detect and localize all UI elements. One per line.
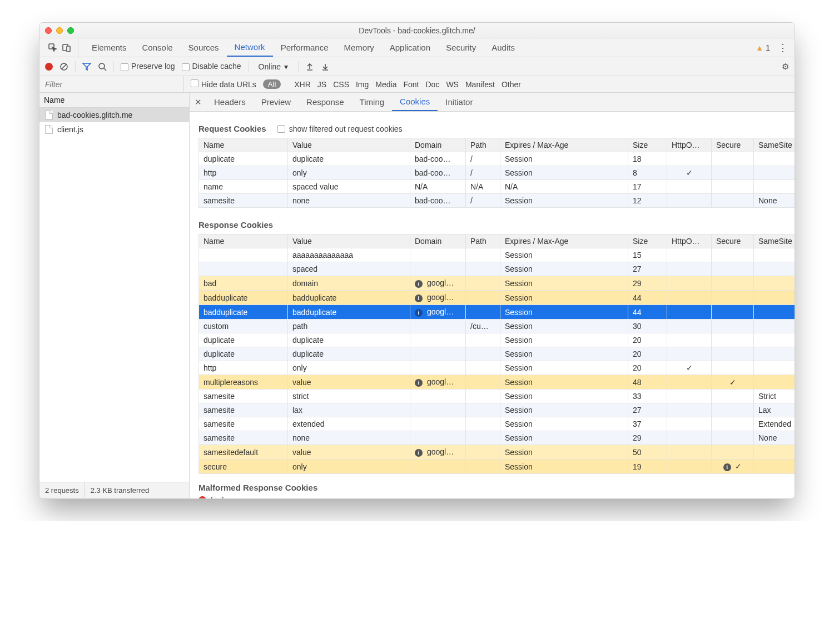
filter-type-css[interactable]: CSS — [333, 80, 349, 89]
maximize-window-button[interactable] — [67, 27, 74, 34]
search-icon[interactable] — [98, 62, 107, 71]
cookie-row[interactable]: badduplicatebadduplicatei googl…Session4… — [199, 305, 795, 319]
column-header[interactable]: Domain — [410, 234, 466, 248]
column-header[interactable]: Size — [628, 138, 667, 152]
panel-tab-security[interactable]: Security — [438, 38, 484, 57]
cookie-row[interactable]: secureonlySession19i ✓ — [199, 460, 795, 474]
filter-input[interactable] — [45, 80, 178, 89]
panel-tab-memory[interactable]: Memory — [336, 38, 382, 57]
column-header[interactable]: Expires / Max-Age — [500, 234, 628, 248]
column-header[interactable]: SameSite — [754, 138, 795, 152]
preserve-log-checkbox[interactable]: Preserve log — [121, 62, 175, 71]
column-header[interactable]: SameSite — [754, 234, 795, 248]
cookie-row[interactable]: duplicateduplicatebad-coo…/Session18 — [199, 152, 795, 166]
cell-size: 17 — [628, 180, 667, 194]
subtab-preview[interactable]: Preview — [254, 93, 299, 111]
cell-expires: Session — [500, 460, 628, 474]
panel-tab-sources[interactable]: Sources — [181, 38, 227, 57]
column-header[interactable]: Value — [288, 138, 410, 152]
filter-type-font[interactable]: Font — [403, 80, 419, 89]
cookie-row[interactable]: multiplereasonsvaluei googl…Session48✓ — [199, 375, 795, 390]
cell-size: 20 — [628, 333, 667, 347]
show-filtered-checkbox[interactable]: show filtered out request cookies — [277, 124, 403, 133]
column-header[interactable]: Size — [628, 234, 667, 248]
response-cookies-table: NameValueDomainPathExpires / Max-AgeSize… — [198, 234, 795, 474]
filter-type-xhr[interactable]: XHR — [294, 80, 311, 89]
panel-tab-performance[interactable]: Performance — [273, 38, 336, 57]
cookie-row[interactable]: httponlySession20✓ — [199, 361, 795, 375]
cookie-row[interactable]: samesitenoneSession29None — [199, 431, 795, 445]
hide-data-urls-checkbox[interactable]: Hide data URLs — [191, 79, 256, 89]
filter-type-media[interactable]: Media — [375, 80, 396, 89]
divider — [75, 61, 76, 72]
cookie-row[interactable]: samesitenonebad-coo…/Session12None — [199, 194, 795, 208]
cookie-row[interactable]: samesitelaxSession27Lax — [199, 403, 795, 417]
upload-har-icon[interactable] — [305, 62, 314, 71]
inspect-element-icon[interactable] — [48, 43, 57, 52]
throttling-select[interactable]: Online ▾ — [255, 62, 291, 71]
panel-tab-elements[interactable]: Elements — [84, 38, 135, 57]
disable-cache-checkbox[interactable]: Disable cache — [182, 62, 241, 71]
subtab-timing[interactable]: Timing — [352, 93, 392, 111]
close-window-button[interactable] — [45, 27, 52, 34]
panel-tab-application[interactable]: Application — [382, 38, 438, 57]
cookie-row[interactable]: samesitedefaultvaluei googl…Session50 — [199, 445, 795, 460]
subtab-headers[interactable]: Headers — [206, 93, 254, 111]
cookie-row[interactable]: samesiteextendedSession37Extended — [199, 417, 795, 431]
subtab-initiator[interactable]: Initiator — [438, 93, 480, 111]
column-header[interactable]: Secure — [712, 138, 754, 152]
cookie-row[interactable]: duplicateduplicateSession20 — [199, 333, 795, 347]
divider — [248, 61, 249, 72]
record-button[interactable] — [45, 63, 53, 71]
clear-log-icon[interactable] — [59, 62, 68, 71]
filter-type-other[interactable]: Other — [502, 80, 521, 89]
panel-tab-network[interactable]: Network — [227, 38, 273, 57]
column-header[interactable]: Secure — [712, 234, 754, 248]
filter-type-js[interactable]: JS — [317, 80, 326, 89]
sidebar-item-request[interactable]: client.js — [39, 122, 189, 137]
cookie-row[interactable]: baddomaini googl…Session29 — [199, 276, 795, 291]
cookie-row[interactable]: namespaced valueN/AN/AN/A17 — [199, 180, 795, 194]
column-header[interactable]: Value — [288, 234, 410, 248]
cookie-row[interactable]: httponlybad-coo…/Session8✓ — [199, 166, 795, 180]
subtab-response[interactable]: Response — [299, 93, 352, 111]
column-header[interactable]: HttpO… — [667, 234, 712, 248]
sidebar-item-request[interactable]: bad-cookies.glitch.me — [39, 108, 189, 122]
column-header[interactable]: Name — [199, 234, 288, 248]
cell-samesite — [754, 291, 795, 305]
filter-type-img[interactable]: Img — [356, 80, 369, 89]
cookie-row[interactable]: samesitestrictSession33Strict — [199, 390, 795, 403]
cell-value: extended — [288, 417, 410, 431]
column-header[interactable]: Domain — [410, 138, 466, 152]
settings-gear-icon[interactable]: ⚙ — [782, 62, 789, 72]
cookie-row[interactable]: aaaaaaaaaaaaaaSession15 — [199, 248, 795, 262]
column-header[interactable]: Expires / Max-Age — [500, 138, 628, 152]
minimize-window-button[interactable] — [56, 27, 63, 34]
download-har-icon[interactable] — [321, 62, 330, 71]
cookie-row[interactable]: badduplicatebadduplicatei googl…Session4… — [199, 291, 795, 305]
column-header[interactable]: HttpO… — [667, 138, 712, 152]
sidebar-column-header[interactable]: Name — [39, 93, 189, 108]
filter-type-ws[interactable]: WS — [446, 80, 459, 89]
column-header[interactable]: Path — [466, 138, 500, 152]
panel-tab-console[interactable]: Console — [135, 38, 181, 57]
filter-toggle-icon[interactable] — [82, 62, 91, 71]
subtab-cookies[interactable]: Cookies — [392, 93, 438, 111]
cell-httponly — [667, 347, 712, 361]
cookie-row[interactable]: spacedSession27 — [199, 262, 795, 276]
close-details-icon[interactable]: ✕ — [190, 93, 206, 111]
filter-type-doc[interactable]: Doc — [425, 80, 439, 89]
column-header[interactable]: Path — [466, 234, 500, 248]
column-header[interactable]: Name — [199, 138, 288, 152]
cookie-row[interactable]: custompath/cu…Session30 — [199, 319, 795, 333]
filter-type-manifest[interactable]: Manifest — [465, 80, 495, 89]
panel-tab-audits[interactable]: Audits — [484, 38, 523, 57]
warnings-badge[interactable]: ▲ 1 — [756, 43, 770, 52]
device-toolbar-icon[interactable] — [62, 43, 71, 52]
cell-httponly — [667, 417, 712, 431]
cell-name: samesite — [199, 431, 288, 445]
cell-path — [466, 417, 500, 431]
more-options-icon[interactable]: ⋮ — [778, 43, 788, 53]
cookie-row[interactable]: duplicateduplicateSession20 — [199, 347, 795, 361]
filter-type-all[interactable]: All — [263, 79, 281, 89]
